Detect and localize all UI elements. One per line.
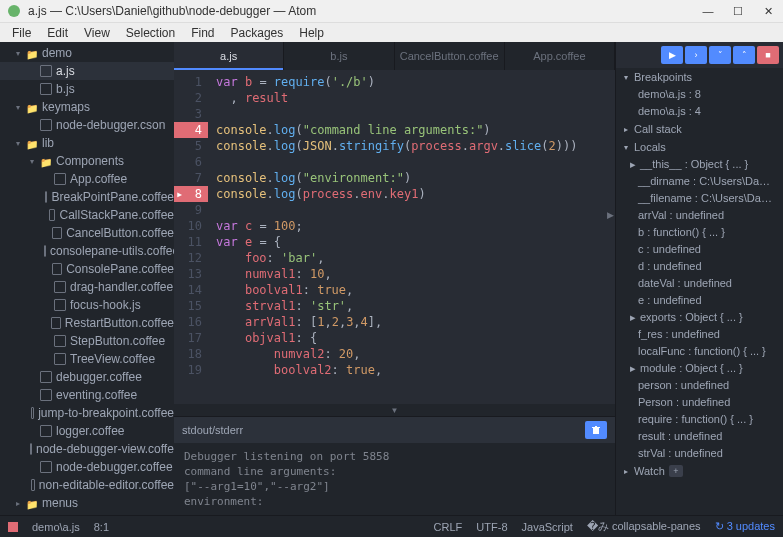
tree-file[interactable]: eventing.coffee xyxy=(0,386,174,404)
code-line[interactable]: console.log(JSON.stringify(process.argv.… xyxy=(216,138,615,154)
tree-file[interactable]: jump-to-breakpoint.coffee xyxy=(0,404,174,422)
local-variable[interactable]: strVal : undefined xyxy=(616,445,783,462)
local-variable[interactable]: f_res : undefined xyxy=(616,326,783,343)
line-number[interactable]: 3 xyxy=(174,106,202,122)
local-variable[interactable]: ▸exports : Object { ... } xyxy=(616,309,783,326)
clear-output-button[interactable] xyxy=(585,421,607,439)
tree-file[interactable]: node-debugger-view.coffee xyxy=(0,440,174,458)
tab[interactable]: b.js xyxy=(284,42,394,70)
tree-file[interactable]: a.js xyxy=(0,62,174,80)
local-variable[interactable]: c : undefined xyxy=(616,241,783,258)
line-number[interactable]: 11 xyxy=(174,234,202,250)
maximize-button[interactable]: ☐ xyxy=(723,0,753,22)
line-number[interactable]: 9 xyxy=(174,202,202,218)
line-number[interactable]: 19 xyxy=(174,362,202,378)
code-line[interactable] xyxy=(216,154,615,170)
tree-folder[interactable]: ▾keymaps xyxy=(0,98,174,116)
tree-file[interactable]: focus-hook.js xyxy=(0,296,174,314)
tree-file[interactable]: BreakPointPane.coffee xyxy=(0,188,174,206)
output-body[interactable]: Debugger listening on port 5858command l… xyxy=(174,443,615,515)
code-line[interactable]: foo: 'bar', xyxy=(216,250,615,266)
tree-file[interactable]: b.js xyxy=(0,80,174,98)
line-number[interactable]: 8 xyxy=(174,186,208,202)
error-icon[interactable] xyxy=(8,522,18,532)
continue-button[interactable]: ▶ xyxy=(661,46,683,64)
line-number[interactable]: 15 xyxy=(174,298,202,314)
line-number[interactable]: 18 xyxy=(174,346,202,362)
tree-folder[interactable]: ▾lib xyxy=(0,134,174,152)
line-number[interactable]: 16 xyxy=(174,314,202,330)
line-number[interactable]: 4 xyxy=(174,122,208,138)
local-variable[interactable]: Person : undefined xyxy=(616,394,783,411)
code-line[interactable]: objval1: { xyxy=(216,330,615,346)
tree-file[interactable]: RestartButton.coffee xyxy=(0,314,174,332)
menu-view[interactable]: View xyxy=(76,24,118,42)
code-line[interactable]: numval1: 10, xyxy=(216,266,615,282)
line-number[interactable]: 1 xyxy=(174,74,202,90)
tree-file[interactable]: node-debugger.coffee xyxy=(0,458,174,476)
tab[interactable]: a.js xyxy=(174,42,284,70)
code-line[interactable]: console.log("environment:") xyxy=(216,170,615,186)
tab[interactable]: CancelButton.coffee xyxy=(395,42,505,70)
tree-file[interactable]: CancelButton.coffee xyxy=(0,224,174,242)
panel-resize-handle[interactable]: ▼ xyxy=(174,404,615,416)
local-variable[interactable]: ▸module : Object { ... } xyxy=(616,360,783,377)
step-out-button[interactable]: ˄ xyxy=(733,46,755,64)
tree-file[interactable]: App.coffee xyxy=(0,170,174,188)
breakpoint-item[interactable]: demo\a.js : 4 xyxy=(616,103,783,120)
menu-find[interactable]: Find xyxy=(183,24,222,42)
status-eol[interactable]: CRLF xyxy=(434,521,463,533)
local-variable[interactable]: dateVal : undefined xyxy=(616,275,783,292)
tree-folder[interactable]: ▾Components xyxy=(0,152,174,170)
local-variable[interactable]: d : undefined xyxy=(616,258,783,275)
code-line[interactable]: strval1: 'str', xyxy=(216,298,615,314)
line-number[interactable]: 17 xyxy=(174,330,202,346)
local-variable[interactable]: __dirname : C:\Users\Daniel\github\ xyxy=(616,173,783,190)
tree-view[interactable]: ▾demoa.jsb.js▾keymapsnode-debugger.cson▾… xyxy=(0,42,174,515)
side-expand-handle[interactable]: ▶ xyxy=(607,200,615,230)
code-line[interactable]: var e = { xyxy=(216,234,615,250)
local-variable[interactable]: b : function() { ... } xyxy=(616,224,783,241)
status-cursor[interactable]: 8:1 xyxy=(94,521,109,533)
status-panes[interactable]: �み collapsable-panes xyxy=(587,519,701,534)
menu-edit[interactable]: Edit xyxy=(39,24,76,42)
code-line[interactable] xyxy=(216,106,615,122)
step-into-button[interactable]: ˅ xyxy=(709,46,731,64)
menu-help[interactable]: Help xyxy=(291,24,332,42)
line-number[interactable]: 14 xyxy=(174,282,202,298)
close-button[interactable]: ✕ xyxy=(753,0,783,22)
status-file[interactable]: demo\a.js xyxy=(32,521,80,533)
local-variable[interactable]: e : undefined xyxy=(616,292,783,309)
line-number[interactable]: 5 xyxy=(174,138,202,154)
local-variable[interactable]: localFunc : function() { ... } xyxy=(616,343,783,360)
code-line[interactable]: arrVal1: [1,2,3,4], xyxy=(216,314,615,330)
code-area[interactable]: var b = require('./b') , resultconsole.l… xyxy=(208,70,615,404)
tree-file[interactable]: drag-handler.coffee xyxy=(0,278,174,296)
code-line[interactable]: var b = require('./b') xyxy=(216,74,615,90)
stop-button[interactable]: ■ xyxy=(757,46,779,64)
local-variable[interactable]: result : undefined xyxy=(616,428,783,445)
local-variable[interactable]: ▸__this__ : Object { ... } xyxy=(616,156,783,173)
tab[interactable]: App.coffee xyxy=(505,42,615,70)
menu-selection[interactable]: Selection xyxy=(118,24,183,42)
tree-file[interactable]: debugger.coffee xyxy=(0,368,174,386)
tree-file[interactable]: ConsolePane.coffee xyxy=(0,260,174,278)
tree-file[interactable]: node-debugger.cson xyxy=(0,116,174,134)
local-variable[interactable]: require : function() { ... } xyxy=(616,411,783,428)
breakpoints-section[interactable]: ▾Breakpoints xyxy=(616,68,783,86)
step-over-button[interactable]: › xyxy=(685,46,707,64)
status-lang[interactable]: JavaScript xyxy=(522,521,573,533)
breakpoint-item[interactable]: demo\a.js : 8 xyxy=(616,86,783,103)
tree-file[interactable]: TreeView.coffee xyxy=(0,350,174,368)
code-line[interactable]: console.log(process.env.key1) xyxy=(216,186,615,202)
tree-folder[interactable]: ▸menus xyxy=(0,494,174,512)
code-line[interactable]: boolval1: true, xyxy=(216,282,615,298)
locals-section[interactable]: ▾Locals xyxy=(616,138,783,156)
menu-file[interactable]: File xyxy=(4,24,39,42)
code-line[interactable]: console.log("command line arguments:") xyxy=(216,122,615,138)
line-number[interactable]: 6 xyxy=(174,154,202,170)
tree-file[interactable]: non-editable-editor.coffee xyxy=(0,476,174,494)
add-watch-button[interactable]: + xyxy=(669,465,683,477)
tree-file[interactable]: logger.coffee xyxy=(0,422,174,440)
minimize-button[interactable]: — xyxy=(693,0,723,22)
